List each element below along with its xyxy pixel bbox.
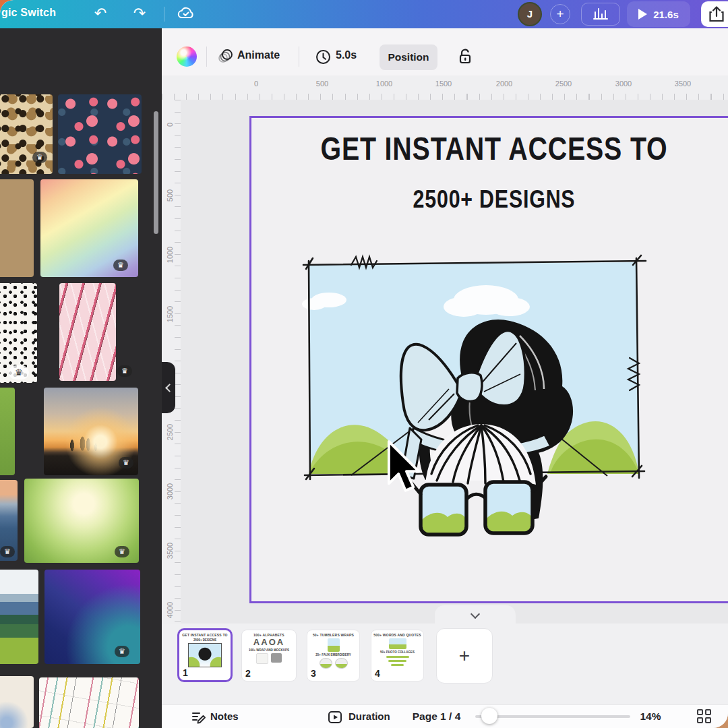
sidebar-scrollbar[interactable] <box>154 111 158 234</box>
zoom-level[interactable]: 14% <box>634 710 667 723</box>
pro-crown-icon: ♛ <box>113 260 128 271</box>
mouse-cursor <box>386 439 421 497</box>
thumb-art <box>242 653 296 664</box>
notes-button[interactable]: Notes <box>210 710 239 722</box>
menu-magic-switch[interactable]: gic Switch <box>1 7 56 19</box>
add-member-button[interactable]: + <box>550 4 570 24</box>
ruler-label: 1500 <box>435 80 452 88</box>
canva-editor-window: gic Switch ↶ ↷ J + 21.6s <box>0 0 728 728</box>
thumb-caption: 500+ WORDS AND QUOTES <box>371 633 423 637</box>
panel-collapse-handle[interactable] <box>162 362 175 413</box>
pro-crown-icon: ♛ <box>115 546 129 557</box>
messy-bun-illustration[interactable] <box>294 251 653 543</box>
pro-crown-icon: ♛ <box>9 365 29 380</box>
avatar[interactable]: J <box>518 2 542 26</box>
cloud-sync-icon <box>177 5 195 24</box>
horizontal-ruler: 0 500 1000 1500 2000 2500 3000 3500 <box>162 75 728 100</box>
toolbar-divider <box>206 47 207 67</box>
duration-clock-icon[interactable] <box>315 49 331 65</box>
thumbnail-cream-texture[interactable] <box>0 676 34 728</box>
glasses <box>408 477 546 535</box>
messy-bun-woman <box>401 320 573 535</box>
duration-button[interactable]: Duration <box>348 710 390 722</box>
ruler-label: 2000 <box>496 80 512 88</box>
position-button[interactable]: Position <box>380 44 437 70</box>
zoom-slider-track[interactable] <box>475 715 630 718</box>
ruler-label: 500 <box>166 189 174 202</box>
pro-crown-icon: ♛ <box>119 457 133 468</box>
ruler-label: 1500 <box>166 306 174 322</box>
grid-view-icon[interactable] <box>697 709 713 725</box>
chevron-down-icon <box>471 609 480 618</box>
top-bar: gic Switch ↶ ↷ J + 21.6s <box>0 0 728 28</box>
animate-icon[interactable] <box>217 49 233 65</box>
ruler-label: 1000 <box>376 80 392 88</box>
ruler-label: 4000 <box>166 602 174 618</box>
thumb-art <box>371 638 423 649</box>
pro-crown-icon: ♛ <box>117 365 132 377</box>
present-button[interactable]: 21.6s <box>627 1 690 27</box>
page-thumb-3[interactable]: 50+ TUMBLERS WRAPS 25+ FAUX EMBROIDERY 3 <box>307 630 360 681</box>
pro-crown-icon: ♛ <box>32 152 47 163</box>
thumb-art <box>386 656 409 667</box>
ruler-label: 0 <box>166 123 174 127</box>
thumbnail-green-field[interactable] <box>0 388 15 475</box>
share-button[interactable] <box>701 1 728 27</box>
thumb-caption: GET INSTANT ACCESS TO <box>179 633 231 637</box>
strip-collapse-tab[interactable] <box>435 605 516 624</box>
ruler-label: 0 <box>254 80 258 88</box>
share-upload-icon <box>708 5 725 24</box>
page-number: 4 <box>375 668 380 679</box>
pro-crown-icon: ♛ <box>0 546 15 557</box>
ruler-label: 1000 <box>166 247 174 263</box>
page-indicator[interactable]: Page 1 / 4 <box>398 710 475 723</box>
page-heading[interactable]: GET INSTANT ACCESS TO <box>295 130 693 167</box>
thumb-art <box>307 658 359 669</box>
page-number: 2 <box>245 668 251 679</box>
duration-value[interactable]: 5.0s <box>336 49 357 61</box>
thumb-art <box>188 643 222 667</box>
zoom-slider-knob[interactable] <box>481 708 497 724</box>
ruler-label: 500 <box>316 80 328 88</box>
presentation-timer: 21.6s <box>653 9 679 20</box>
add-page-button[interactable]: + <box>436 628 493 684</box>
thumb-caption: 50+ TUMBLERS WRAPS <box>307 633 359 637</box>
ruler-label: 2500 <box>166 424 174 440</box>
bottom-bar: Notes Duration Page 1 / 4 14% <box>162 704 728 728</box>
toolbar-divider <box>299 47 299 67</box>
notes-icon <box>191 710 206 725</box>
bar-chart-icon <box>593 7 609 22</box>
thumb-caption: 2500+ DESIGNS <box>179 638 231 642</box>
color-wheel-icon[interactable] <box>177 47 197 67</box>
page-subheading[interactable]: 2500+ DESIGNS <box>295 185 693 214</box>
redo-icon[interactable]: ↷ <box>128 4 151 23</box>
play-icon <box>638 9 647 20</box>
page-thumbnail-strip: GET INSTANT ACCESS TO 2500+ DESIGNS 1 10… <box>162 624 728 704</box>
page-thumb-1[interactable]: GET INSTANT ACCESS TO 2500+ DESIGNS 1 <box>177 628 233 682</box>
insights-button[interactable] <box>581 3 620 26</box>
ruler-label: 3500 <box>166 543 174 559</box>
design-page[interactable]: GET INSTANT ACCESS TO 2500+ DESIGNS <box>249 116 728 603</box>
undo-icon[interactable]: ↶ <box>89 4 112 23</box>
ruler-label: 3500 <box>675 80 691 88</box>
thumb-caption: 25+ FAUX EMBROIDERY <box>307 653 359 657</box>
ruler-label: 2500 <box>555 80 572 88</box>
page-thumb-2[interactable]: 100+ ALPHABETS AAOA 100+ WRAP AND MOCKUP… <box>241 630 297 681</box>
thumbnail-mountain-landscape-photo[interactable] <box>0 570 38 664</box>
elements-panel: ♛ ♛ ♛ ♛ ♛ ♛ ♛ ♛ <box>0 28 162 728</box>
thumb-art <box>307 638 359 652</box>
page-thumb-4[interactable]: 500+ WORDS AND QUOTES 50+ PHOTO COLLAGES… <box>371 630 424 681</box>
thumb-caption: 100+ WRAP AND MOCKUPS <box>242 648 296 652</box>
ruler-label: 3000 <box>166 483 174 499</box>
animate-button[interactable]: Animate <box>237 49 280 61</box>
thumbnail-color-lightning-pattern[interactable] <box>39 677 139 728</box>
object-toolbar: Animate 5.0s Position <box>162 28 728 75</box>
thumbnail-floral-pattern[interactable] <box>58 94 142 174</box>
thumb-caption: 50+ PHOTO COLLAGES <box>371 650 423 654</box>
thumbnail-tan-solid[interactable] <box>0 179 34 277</box>
ruler-ticks <box>175 100 181 624</box>
page-number: 1 <box>183 667 188 678</box>
thumbnail-pink-lightning-pattern[interactable] <box>59 283 116 381</box>
page-number: 3 <box>311 668 316 679</box>
unlock-icon[interactable] <box>457 47 473 65</box>
